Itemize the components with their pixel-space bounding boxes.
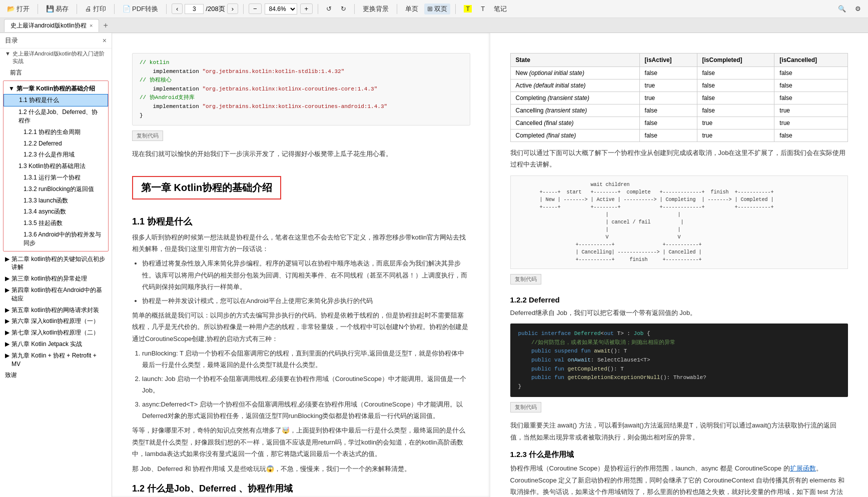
toolbar: 📂 打开 💾 易存 🖨 打印 📄 PDF转换 ‹ 3 /208页 › − 84.… <box>0 0 868 18</box>
table-cell: false <box>697 80 774 92</box>
toc-chapter1-box: ▼ 第一章 Kotlin协程的基础介绍 1.1 协程是什么 1.2 什么是Job… <box>3 80 109 252</box>
toc-item-ch7[interactable]: ▶ 第七章 深入kotlin协程原理（二） <box>0 327 112 338</box>
table-cell: Completed (final state) <box>510 130 639 142</box>
text-button[interactable]: T <box>478 4 488 14</box>
code-kotlin-stdlib: implementation "org.jetbrains.kotlin:kot… <box>140 68 344 74</box>
after-table-text: 我们可以通过下面可以大概了解下一个协程作业从创建到完成或者取消，Job在这里不扩… <box>510 147 848 170</box>
toc-item-1-2-3[interactable]: 1.2.3 什么是作用域 <box>4 149 108 160</box>
separator <box>77 4 77 14</box>
search-button[interactable]: 🔍 <box>835 4 849 14</box>
table-row: Completing (transient state)truefalsefal… <box>510 92 848 104</box>
table-cell: false <box>639 130 697 142</box>
chevron-icon-ch2: ▶ <box>5 255 10 264</box>
toc-label-ch4: 第四章 kotlin协程在Android中的基础应 <box>12 286 107 303</box>
undo-button[interactable]: ↺ <box>323 4 335 14</box>
toc-item-ch9[interactable]: ▶ 第九章 Kotlin + 协程 + Retrofit + MV <box>0 350 112 370</box>
redo-button[interactable]: ↻ <box>338 4 349 14</box>
list-item-launch: launch: Job 启动一个协程不会阻塞调用线程,必须要在协程作用域（Cor… <box>142 373 470 396</box>
dependency-code-block: // kotlin implementation "org.jetbrains.… <box>132 53 470 126</box>
table-row: Cancelled (final state)falsetruetrue <box>510 117 848 130</box>
toc-item-preface[interactable]: 前言 <box>0 67 112 78</box>
open-button[interactable]: 📂 打开 <box>4 4 33 14</box>
table-row: Cancelling (transient state)falsefalsetr… <box>510 104 848 117</box>
section-1-2-2-heading: 1.2.2 Deferred <box>510 296 848 304</box>
toc-label-1-3-4: 1.3.4 async函数 <box>24 208 66 216</box>
copy-code-button-1[interactable]: 复制代码 <box>132 130 163 141</box>
toc-item-ch4[interactable]: ▶ 第四章 kotlin协程在Android中的基础应 <box>0 284 112 304</box>
toc-item-ch6[interactable]: ▶ 第六章 深入kotlin协程原理（一） <box>0 316 112 327</box>
toc-item-ch3[interactable]: ▶ 第三章 kotlin协程的异常处理 <box>0 273 112 284</box>
toc-item-ch1[interactable]: ▼ 第一章 Kotlin协程的基础介绍 <box>4 83 108 94</box>
toc-item-1-3-2[interactable]: 1.3.2 runBlocking的返回值 <box>4 184 108 195</box>
pdf-icon: 📄 <box>123 5 131 12</box>
toc-item-ch5[interactable]: ▶ 第五章 kotlin协程的网络请求封装 <box>0 304 112 316</box>
toc-item-thanks[interactable]: 致谢 <box>0 370 112 381</box>
toc-label-ch1: 第一章 Kotlin协程的基础介绍 <box>17 84 95 93</box>
chevron-down-icon: ▼ <box>5 50 11 58</box>
toc-item-1-2-2[interactable]: 1.2.2 Deferred <box>4 138 108 150</box>
toc-label-1-2-2: 1.2.2 Deferred <box>24 140 62 148</box>
toc-label-thanks: 致谢 <box>5 371 17 380</box>
toc-item-1-3-6[interactable]: 1.3.6 Android中的协程并发与同步 <box>4 229 108 249</box>
copy-code-button-3[interactable]: 复制代码 <box>510 402 541 412</box>
table-cell: false <box>697 67 774 80</box>
toc-label-ch9: 第九章 Kotlin + 协程 + Retrofit + MV <box>12 352 107 368</box>
toc-item-1-3-1[interactable]: 1.3.1 运行第一个协程 <box>4 172 108 184</box>
zoom-in-button[interactable]: + <box>300 4 313 14</box>
toc-item-1-3-4[interactable]: 1.3.4 async函数 <box>4 206 108 218</box>
separator <box>114 4 115 14</box>
next-page-button[interactable]: › <box>227 4 238 14</box>
tabbar: 史上最详android版kotlin协程 × + <box>0 18 868 33</box>
table-cell: New (optional initial state) <box>510 67 639 80</box>
table-cell: false <box>774 80 848 92</box>
save-icon: 💾 <box>46 5 54 12</box>
settings-button[interactable]: ⚙ <box>852 4 864 14</box>
print-button[interactable]: 🖨 打印 <box>82 4 109 14</box>
list-item-runblocking: runBlocking: T 启动一个协程不会阻塞调用它的线程，直到里面的代码执… <box>142 348 470 371</box>
save-button[interactable]: 💾 易存 <box>43 4 72 14</box>
toc-item-ch8[interactable]: ▶ 第八章 Kotlin Jetpack 实战 <box>0 338 112 350</box>
toc-book-title[interactable]: ▼ 史上最详Android版kotlin协程入门进阶实战 <box>0 48 112 67</box>
separator <box>243 4 244 14</box>
tab-close-button[interactable]: × <box>90 22 93 28</box>
new-tab-button[interactable]: + <box>100 21 111 30</box>
toc-item-1-1[interactable]: 1.1 协程是什么 <box>4 94 108 106</box>
launch-types-list: runBlocking: T 启动一个协程不会阻塞调用它的线程，直到里面的代码执… <box>132 348 470 422</box>
double-page-button[interactable]: ⊞ 双页 <box>424 4 450 14</box>
extension-link[interactable]: 扩展函数 <box>790 464 816 472</box>
toc-label-1-3-2: 1.3.2 runBlocking的返回值 <box>24 185 94 194</box>
sidebar-close-button[interactable]: × <box>103 36 107 44</box>
toc-item-1-3[interactable]: 1.3 Kotlin协程的基础用法 <box>4 160 108 172</box>
toc-item-1-2[interactable]: 1.2 什么是Job、Deferred、协程作 <box>4 106 108 126</box>
notes-button[interactable]: 笔记 <box>491 4 510 14</box>
sidebar-title: 目录 <box>5 36 18 45</box>
toc-item-1-2-1[interactable]: 1.2.1 协程的生命周期 <box>4 126 108 138</box>
page-total: /208页 <box>206 4 225 14</box>
bullet-1: 协程通过将复杂性放入库来简化异步编程。程序的逻辑可以在协程中顺序地表达，而底层库… <box>142 258 470 292</box>
table-cell: false <box>697 92 774 104</box>
toc-label-1-3-6: 1.3.6 Android中的协程并发与同步 <box>24 230 103 248</box>
deferred-interface-code: public interface Deferred<out T> : Job {… <box>510 324 848 397</box>
table-cell: Active (default initial state) <box>510 80 639 92</box>
table-cell: false <box>639 67 697 80</box>
single-page-button[interactable]: 单页 <box>402 4 421 14</box>
toc-item-ch2[interactable]: ▶ 第二章 kotlin协程的关键知识点初步讲解 <box>0 254 112 274</box>
zoom-select[interactable]: 84.6% 100% 75% 50% <box>265 4 297 14</box>
table-header-state: State <box>510 54 639 67</box>
section-1-2-heading: 1.2 什么是Job、Deferred 、协程作用域 <box>132 482 470 494</box>
pdf-button[interactable]: 📄 PDF转换 <box>120 4 161 14</box>
copy-code-button-2[interactable]: 复制代码 <box>510 274 541 284</box>
toc-item-1-3-5[interactable]: 1.3.5 挂起函数 <box>4 218 108 229</box>
zoom-out-button[interactable]: − <box>249 4 262 14</box>
table-cell: true <box>639 92 697 104</box>
change-bg-button[interactable]: 更换背景 <box>360 4 392 14</box>
separator <box>38 4 38 14</box>
prev-page-button[interactable]: ‹ <box>172 4 183 14</box>
highlight-button[interactable]: T <box>461 4 475 14</box>
state-table: State [isActive] [isCompleted] [isCancel… <box>510 53 848 142</box>
toc-item-1-3-3[interactable]: 1.3.3 launch函数 <box>4 195 108 206</box>
page-number-input[interactable]: 3 <box>185 4 204 14</box>
active-tab[interactable]: 史上最详android版kotlin协程 × <box>4 19 99 32</box>
deferred-p1: Deferred继承自 Job，我们可以把它看做一个带有返回值的 Job。 <box>510 307 848 318</box>
code-coroutines-core: implementation "org.jetbrains.kotlinx:ko… <box>140 86 377 92</box>
